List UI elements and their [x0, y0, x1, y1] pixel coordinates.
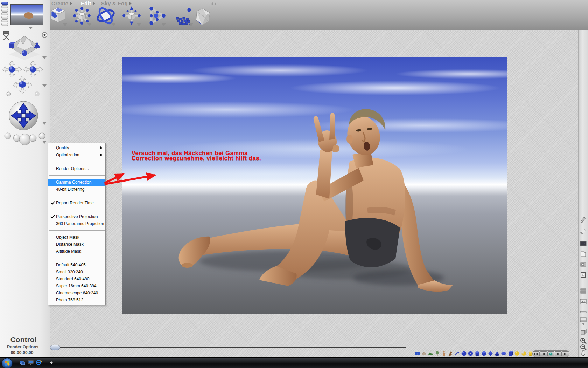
- timeline-track[interactable]: [52, 347, 406, 348]
- menu-item-report-render-time[interactable]: Report Render Time: [48, 199, 105, 206]
- small-sphere-left-icon[interactable]: [6, 91, 11, 98]
- metaball-icon[interactable]: [454, 350, 460, 356]
- nano-preview[interactable]: [10, 4, 43, 25]
- control-panel-subtitle[interactable]: Render Options...: [0, 345, 49, 349]
- terrain-preview-icon[interactable]: [7, 34, 42, 62]
- overflow-chevron-icon[interactable]: [49, 360, 54, 366]
- menu-item-quality[interactable]: Quality: [48, 144, 105, 151]
- trackball-dropdown-icon[interactable]: [42, 122, 47, 125]
- menu-item-48bit-dithering[interactable]: 48-bit Dithering: [48, 186, 105, 193]
- left-sidebar: Control Render Options... 00:00:00.00: [0, 0, 50, 357]
- internet-explorer-icon[interactable]: [36, 360, 42, 366]
- palette-tab-2[interactable]: [1, 5, 8, 8]
- palette-tab-4[interactable]: [1, 12, 8, 15]
- move-vertical-icon[interactable]: [11, 75, 34, 96]
- prev-frame-button[interactable]: [540, 351, 547, 356]
- resize-dropdown-icon[interactable]: [87, 23, 91, 26]
- animal-icon[interactable]: [448, 350, 454, 356]
- tree-icon[interactable]: [434, 350, 440, 356]
- reposition-dropdown-icon[interactable]: [137, 23, 141, 26]
- keypad-icon[interactable]: [580, 317, 587, 324]
- first-frame-button[interactable]: [533, 351, 540, 356]
- align-dropdown-icon[interactable]: [162, 23, 166, 26]
- menu-separator: [49, 210, 105, 210]
- bar-icon[interactable]: [580, 308, 587, 316]
- randomize-dropdown-icon[interactable]: [189, 23, 193, 26]
- palette-tab-6[interactable]: [1, 19, 8, 22]
- menu-item-standard-640[interactable]: Standard 640:480: [48, 275, 105, 282]
- timeline-handle[interactable]: [50, 345, 60, 350]
- sphere-icon[interactable]: [461, 350, 467, 356]
- origin-target-icon[interactable]: [42, 32, 48, 39]
- align-icon[interactable]: [146, 6, 167, 26]
- render-view: [122, 57, 507, 314]
- show-desktop-icon[interactable]: [20, 360, 26, 366]
- preview-dropdown-icon[interactable]: [29, 27, 33, 29]
- flat-circle-icon[interactable]: [514, 350, 520, 356]
- trackball-globe-icon[interactable]: [579, 350, 587, 357]
- image-thumbnail-icon[interactable]: [580, 240, 587, 247]
- water-icon[interactable]: [414, 350, 420, 356]
- menu-item-super16mm[interactable]: Super 16mm 640:384: [48, 282, 105, 289]
- menu-item-360-panoramic[interactable]: 360 Panoramic Projection: [48, 220, 105, 227]
- bicone-icon[interactable]: [488, 350, 493, 356]
- next-frame-button[interactable]: [555, 351, 562, 356]
- small-sphere-right-icon[interactable]: [35, 91, 40, 98]
- texture-cube-icon[interactable]: [48, 6, 68, 26]
- cube-tool-icon[interactable]: [580, 328, 587, 335]
- menu-item-small-320[interactable]: Small 320:240: [48, 268, 105, 275]
- terrain-dropdown-icon[interactable]: [42, 56, 47, 59]
- menu-item-gamma-correction[interactable]: Gamma Correction: [48, 179, 105, 186]
- palette-tab-7[interactable]: [1, 23, 8, 26]
- annotation-text: Versuch mal, das Häckchen bei Gamma Corr…: [132, 150, 261, 161]
- menu-item-distance-mask[interactable]: Distance Mask: [48, 241, 105, 248]
- start-button[interactable]: [2, 358, 13, 368]
- frame-icon[interactable]: [580, 271, 587, 279]
- move-dropdown-icon[interactable]: [42, 84, 47, 87]
- polyhedron-icon[interactable]: [481, 350, 487, 356]
- menu-item-photo-768[interactable]: Photo 768:512: [48, 297, 105, 304]
- check-icon: [50, 200, 55, 205]
- reposition-icon[interactable]: [121, 6, 142, 26]
- terrain-icon[interactable]: [428, 350, 434, 356]
- layers-icon[interactable]: [580, 287, 587, 295]
- flat-quarter-icon[interactable]: [521, 350, 527, 356]
- eraser-icon[interactable]: [580, 227, 587, 234]
- menu-item-altitude-mask[interactable]: Altitude Mask: [48, 248, 105, 255]
- camera-presets-icon[interactable]: [3, 129, 47, 147]
- preview-icon[interactable]: [580, 298, 587, 305]
- page-icon[interactable]: [580, 250, 587, 258]
- palette-collapse-icon[interactable]: [211, 1, 217, 7]
- palette-tab-1[interactable]: [1, 2, 8, 5]
- menu-item-perspective-projection[interactable]: Perspective Projection: [48, 213, 105, 220]
- torus-icon[interactable]: [468, 350, 474, 356]
- menu-item-default-540[interactable]: Default 540:405: [48, 261, 105, 268]
- crop-icon[interactable]: [580, 261, 587, 268]
- cylinder-icon[interactable]: [474, 350, 480, 356]
- play-button[interactable]: [547, 351, 554, 356]
- last-frame-button[interactable]: [562, 351, 569, 356]
- menu-item-object-mask[interactable]: Object Mask: [48, 234, 105, 241]
- stone-icon[interactable]: [421, 350, 427, 356]
- texture-cube-dropdown-icon[interactable]: [63, 23, 67, 26]
- palette-tab-5[interactable]: [1, 16, 8, 19]
- menu-item-optimization[interactable]: Optimization: [48, 151, 105, 158]
- rotate-dropdown-icon[interactable]: [111, 23, 115, 26]
- rotate-icon[interactable]: [96, 6, 116, 26]
- camera-dropdown-icon[interactable]: [42, 141, 47, 144]
- palette-tab-3[interactable]: [1, 9, 8, 12]
- human-icon[interactable]: [441, 350, 447, 356]
- pencil-icon[interactable]: [580, 217, 587, 224]
- chevron-right-icon: [93, 2, 95, 5]
- display-settings-icon[interactable]: [28, 360, 34, 366]
- chevron-right-icon: [70, 2, 72, 5]
- disc-icon[interactable]: [501, 350, 507, 356]
- terrain-editor-icon[interactable]: [192, 7, 213, 27]
- cone-icon[interactable]: [494, 350, 500, 356]
- cube-icon[interactable]: [507, 350, 513, 356]
- menu-item-render-options[interactable]: Render Options...: [48, 165, 105, 172]
- resize-icon[interactable]: [72, 6, 92, 26]
- trackball-icon[interactable]: [8, 101, 38, 132]
- menu-item-cinemascope[interactable]: Cinemascope 640:240: [48, 289, 105, 297]
- menu-separator: [49, 175, 105, 176]
